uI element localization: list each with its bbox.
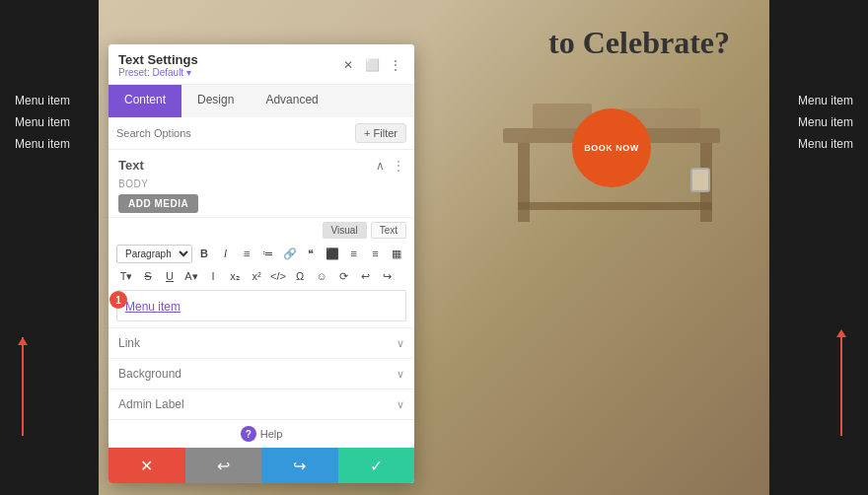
text-section-title: Text	[118, 158, 144, 173]
tab-advanced[interactable]: Advanced	[250, 85, 333, 117]
right-menu-item-1[interactable]: Menu item	[798, 94, 853, 107]
wall-outlet	[690, 168, 710, 192]
help-text: Help	[260, 428, 283, 440]
code-button[interactable]: </>	[268, 266, 288, 286]
search-input[interactable]	[116, 127, 349, 139]
align-center-button[interactable]: ≡	[344, 244, 364, 263]
paragraph-select[interactable]: Paragraph	[116, 245, 192, 263]
admin-label-chevron-icon: ∨	[397, 398, 404, 411]
svg-rect-3	[518, 202, 712, 210]
help-icon: ?	[241, 426, 256, 442]
left-menu-item-2[interactable]: Menu item	[15, 115, 70, 129]
emoji-button[interactable]: ☺	[312, 266, 331, 286]
clear-button[interactable]: ⟳	[333, 266, 353, 286]
text-section-controls: ∧ ⋮	[376, 159, 404, 173]
panel-header: Text Settings Preset: Default ▾ ✕ ⬜ ⋮	[108, 44, 414, 85]
more-icon[interactable]: ⋮	[387, 56, 404, 74]
unordered-list-button[interactable]: ≡	[237, 244, 256, 263]
link-button[interactable]: 🔗	[280, 244, 300, 263]
left-arrow	[22, 337, 24, 436]
background-section[interactable]: Background ∨	[108, 358, 414, 389]
background-chevron-icon: ∨	[397, 368, 404, 381]
visual-button[interactable]: Visual	[323, 222, 367, 239]
arrow-head-up-right	[836, 329, 846, 337]
arrow-line-left	[22, 337, 24, 436]
left-menu-item-1[interactable]: Menu item	[15, 94, 70, 107]
left-menu-item-3[interactable]: Menu item	[15, 137, 70, 151]
right-menu-item-3[interactable]: Menu item	[798, 137, 853, 151]
admin-label-section[interactable]: Admin Label ∨	[108, 389, 414, 419]
toolbar-row-1: Paragraph B I ≡ ≔ 🔗 ❝ ⬛ ≡ ≡ ▦	[116, 244, 406, 263]
text-section-options[interactable]: ⋮	[393, 159, 404, 173]
undo-toolbar-button[interactable]: ↩	[355, 266, 375, 286]
undo-button[interactable]: ↩	[185, 448, 262, 483]
action-buttons: ✕ ↩ ↪ ✓	[108, 448, 414, 483]
hero-text: to Celebrate?	[548, 25, 730, 61]
redo-button[interactable]: ↪	[261, 448, 338, 483]
panel-tabs: Content Design Advanced	[108, 85, 414, 117]
arrow-head-up-left	[18, 337, 28, 345]
expand-icon[interactable]: ⬜	[363, 56, 381, 74]
add-media-button[interactable]: ADD MEDIA	[118, 194, 198, 213]
body-label: Body	[118, 178, 404, 189]
close-icon[interactable]: ✕	[339, 56, 357, 74]
editor-area[interactable]: 1 Menu item	[116, 290, 406, 321]
panel-preset[interactable]: Preset: Default ▾	[118, 67, 198, 78]
align-left-button[interactable]: ⬛	[323, 244, 342, 263]
tab-design[interactable]: Design	[181, 85, 250, 117]
visual-text-row: Visual Text	[116, 222, 406, 241]
cancel-button[interactable]: ✕	[108, 448, 185, 483]
book-now-button[interactable]: BOOK NOW	[572, 108, 651, 187]
page-wrapper: Menu item Menu item Menu item to Celebra…	[0, 0, 868, 495]
bold-button[interactable]: B	[194, 244, 214, 263]
number-badge: 1	[109, 291, 127, 309]
filter-button[interactable]: + Filter	[355, 123, 406, 143]
text-section-collapse[interactable]: ∧	[376, 159, 385, 173]
settings-panel: Text Settings Preset: Default ▾ ✕ ⬜ ⋮ Co…	[108, 44, 414, 483]
link-label: Link	[118, 336, 140, 350]
panel-footer: ? Help	[108, 419, 414, 448]
right-arrow	[836, 329, 846, 436]
left-sidebar: Menu item Menu item Menu item	[0, 0, 99, 495]
link-chevron-icon: ∨	[397, 337, 404, 350]
ordered-list-button[interactable]: ≔	[258, 244, 278, 263]
blockquote-button[interactable]: ❝	[302, 244, 322, 263]
panel-controls: ✕ ⬜ ⋮	[339, 56, 404, 74]
superscript-button[interactable]: x²	[247, 266, 266, 286]
background-label: Background	[118, 367, 181, 381]
font-color-button[interactable]: A▾	[181, 266, 201, 286]
italic-button[interactable]: I	[216, 244, 236, 263]
tab-content[interactable]: Content	[108, 85, 181, 117]
paste-button[interactable]: I	[203, 266, 223, 286]
arrow-line-right	[840, 337, 842, 436]
center-area: to Celebrate? BOOK NOW Text Settings	[99, 0, 769, 495]
confirm-button[interactable]: ✓	[338, 448, 415, 483]
panel-header-left: Text Settings Preset: Default ▾	[118, 52, 198, 78]
panel-title: Text Settings	[118, 52, 198, 67]
search-bar: + Filter	[108, 117, 414, 150]
toolbar-row-2: T▾ S U A▾ I x₂ x² </> Ω ☺ ⟳ ↩ ↪	[116, 266, 406, 286]
text-color-button[interactable]: T▾	[116, 266, 136, 286]
underline-button[interactable]: U	[160, 266, 180, 286]
admin-label: Admin Label	[118, 397, 184, 411]
table-button[interactable]: ▦	[387, 244, 406, 263]
strikethrough-button[interactable]: S	[138, 266, 158, 286]
editor-link[interactable]: Menu item	[125, 300, 181, 314]
editor-toolbar: Visual Text Paragraph B I ≡ ≔ 🔗 ❝ ⬛ ≡	[108, 217, 414, 290]
subscript-button[interactable]: x₂	[225, 266, 245, 286]
special-char-button[interactable]: Ω	[290, 266, 310, 286]
body-row: Body ADD MEDIA	[108, 177, 414, 217]
right-menu-item-2[interactable]: Menu item	[798, 115, 853, 129]
redo-toolbar-button[interactable]: ↪	[377, 266, 397, 286]
right-sidebar: Menu item Menu item Menu item	[769, 0, 868, 495]
text-section-header: Text ∧ ⋮	[108, 150, 414, 177]
align-right-button[interactable]: ≡	[366, 244, 386, 263]
link-section[interactable]: Link ∨	[108, 327, 414, 358]
text-button[interactable]: Text	[371, 222, 406, 239]
